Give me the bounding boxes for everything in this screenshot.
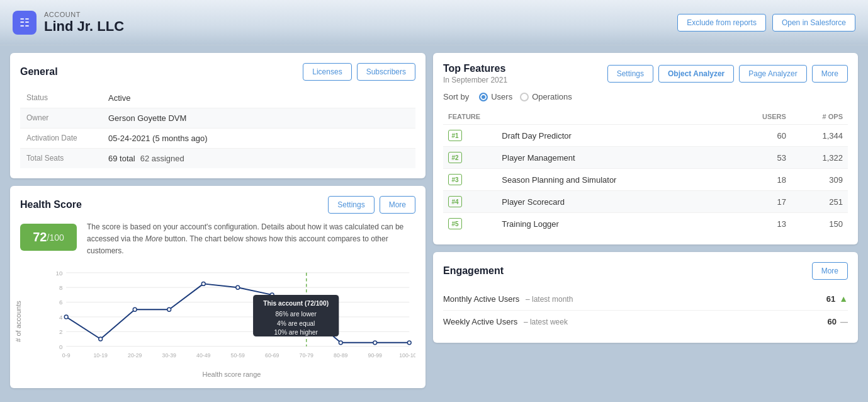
rank-badge: #2 — [448, 152, 462, 163]
col-feature: FEATURE — [443, 109, 728, 125]
svg-text:This account (72/100): This account (72/100) — [263, 300, 329, 307]
engagement-card: Engagement More Monthly Active Users – l… — [433, 252, 858, 343]
header: ☷ ACCOUNT Lind Jr. LLC Exclude from repo… — [0, 0, 868, 45]
health-top: 72/100 The score is based on your accoun… — [20, 221, 415, 258]
top-features-header: Top Features In September 2021 Settings … — [443, 63, 848, 84]
ops-cell: 1,344 — [791, 125, 848, 147]
health-score-badge: 72/100 — [20, 224, 77, 251]
svg-text:30-39: 30-39 — [162, 352, 177, 359]
activation-label: Activation Date — [20, 129, 102, 149]
features-table: FEATURE USERS # OPS #1 Draft Day Predict… — [443, 109, 848, 234]
svg-text:8: 8 — [59, 284, 62, 291]
sort-users-radio[interactable] — [479, 93, 488, 101]
svg-text:6: 6 — [59, 299, 62, 306]
svg-point-15 — [167, 307, 171, 311]
seats-row: Total Seats 69 total62 assigned — [20, 149, 415, 169]
svg-text:10-19: 10-19 — [94, 352, 108, 359]
account-info: ACCOUNT Lind Jr. LLC — [44, 11, 124, 35]
subscribers-button[interactable]: Subscribers — [357, 63, 415, 81]
licenses-button[interactable]: Licenses — [303, 63, 351, 81]
health-chart: 10 8 6 4 2 0 — [48, 265, 415, 366]
engagement-row: Monthly Active Users – latest month 61 ▲ — [443, 287, 848, 311]
ops-cell: 251 — [791, 191, 848, 213]
health-score-value: 72 — [33, 230, 47, 244]
sort-row: Sort by Users Operations — [443, 92, 848, 101]
svg-point-20 — [339, 340, 342, 344]
top-features-actions: Settings Object Analyzer Page Analyzer M… — [607, 65, 848, 83]
svg-text:50-59: 50-59 — [231, 352, 245, 359]
svg-text:86% are lower: 86% are lower — [276, 311, 317, 318]
general-title: General — [20, 66, 58, 78]
account-label: ACCOUNT — [44, 11, 124, 18]
sort-users-option[interactable]: Users — [479, 92, 512, 101]
seats-value: 69 total62 assigned — [102, 149, 415, 169]
open-in-salesforce-button[interactable]: Open in Salesforce — [772, 14, 855, 32]
right-panel: Top Features In September 2021 Settings … — [433, 53, 858, 388]
svg-point-16 — [201, 282, 205, 285]
object-analyzer-button[interactable]: Object Analyzer — [658, 65, 734, 83]
sort-operations-radio[interactable] — [520, 93, 529, 101]
rank-cell: #4 — [443, 191, 497, 213]
sort-label: Sort by — [443, 92, 469, 101]
rank-cell: #5 — [443, 213, 497, 235]
svg-text:10: 10 — [56, 269, 63, 276]
health-more-button[interactable]: More — [380, 196, 415, 214]
top-features-settings-button[interactable]: Settings — [607, 65, 653, 83]
rank-cell: #3 — [443, 169, 497, 191]
rank-badge: #3 — [448, 174, 462, 185]
rank-cell: #2 — [443, 147, 497, 169]
sort-operations-label: Operations — [532, 92, 572, 101]
engagement-label-text: Monthly Active Users — [443, 294, 519, 304]
top-features-title-group: Top Features In September 2021 — [443, 63, 507, 84]
top-features-more-button[interactable]: More — [812, 65, 848, 83]
svg-point-22 — [407, 340, 411, 344]
engagement-rows: Monthly Active Users – latest month 61 ▲… — [443, 287, 848, 333]
page-analyzer-button[interactable]: Page Analyzer — [739, 65, 806, 83]
status-value: Active — [102, 88, 415, 108]
engagement-row: Weekly Active Users – latest week 60 — — [443, 311, 848, 333]
health-score-header: Health Score Settings More — [20, 196, 415, 214]
col-ops: # OPS — [791, 109, 848, 125]
engagement-row-label: Weekly Active Users – latest week — [443, 317, 568, 326]
feature-name-cell: Player Management — [497, 147, 728, 169]
rank-badge: #1 — [448, 130, 462, 141]
sort-operations-option[interactable]: Operations — [520, 92, 572, 101]
header-actions: Exclude from reports Open in Salesforce — [677, 14, 855, 32]
ops-cell: 309 — [791, 169, 848, 191]
general-actions: Licenses Subscribers — [303, 63, 415, 81]
svg-point-21 — [373, 340, 377, 344]
feature-row: #3 Season Planning and Simulator 18 309 — [443, 169, 848, 191]
ops-cell: 150 — [791, 213, 848, 235]
account-icon: ☷ — [13, 11, 37, 35]
svg-point-12 — [64, 315, 68, 319]
health-score-max: /100 — [47, 233, 64, 243]
users-cell: 13 — [728, 213, 791, 235]
rank-badge: #5 — [448, 218, 462, 229]
trend-neutral-icon: — — [840, 318, 848, 326]
feature-row: #5 Training Logger 13 150 — [443, 213, 848, 235]
status-label: Status — [20, 88, 102, 108]
feature-name-cell: Training Logger — [497, 213, 728, 235]
health-chart-wrapper: # of accounts 10 8 6 4 2 0 — [20, 265, 415, 378]
account-name: Lind Jr. LLC — [44, 18, 124, 35]
exclude-from-reports-button[interactable]: Exclude from reports — [677, 14, 766, 32]
engagement-row-label: Monthly Active Users – latest month — [443, 294, 573, 304]
feature-name-cell: Season Planning and Simulator — [497, 169, 728, 191]
activation-row: Activation Date 05-24-2021 (5 months ago… — [20, 129, 415, 149]
feature-row: #2 Player Management 53 1,322 — [443, 147, 848, 169]
general-card: General Licenses Subscribers Status Acti… — [10, 53, 426, 178]
health-description: The score is based on your account's con… — [87, 221, 415, 258]
users-cell: 17 — [728, 191, 791, 213]
svg-text:70-79: 70-79 — [300, 352, 314, 359]
svg-text:4: 4 — [59, 313, 63, 320]
engagement-number: 61 — [826, 294, 835, 304]
owner-label: Owner — [20, 108, 102, 129]
feature-row: #4 Player Scorecard 17 251 — [443, 191, 848, 213]
general-card-header: General Licenses Subscribers — [20, 63, 415, 81]
engagement-sub-text: – latest month — [526, 295, 573, 304]
main-content: General Licenses Subscribers Status Acti… — [0, 45, 868, 396]
owner-row: Owner Gerson Goyette DVM — [20, 108, 415, 129]
health-settings-button[interactable]: Settings — [328, 196, 374, 214]
engagement-more-button[interactable]: More — [812, 262, 848, 280]
engagement-sub-text: – latest week — [524, 318, 568, 326]
